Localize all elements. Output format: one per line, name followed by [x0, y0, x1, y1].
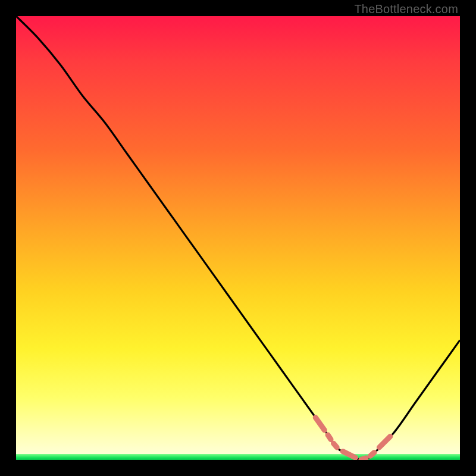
- optimal-markers: [315, 418, 390, 460]
- optimal-marker-dash: [328, 435, 331, 439]
- optimal-marker-dash: [333, 443, 337, 447]
- optimal-marker-dash: [379, 437, 390, 447]
- attribution-label: TheBottleneck.com: [354, 2, 458, 16]
- curve-line: [16, 16, 460, 460]
- optimal-marker-dash: [343, 452, 355, 458]
- chart-frame: TheBottleneck.com: [0, 0, 476, 476]
- optimal-marker-dash: [370, 452, 374, 456]
- optimal-marker-dash: [361, 458, 366, 459]
- bottleneck-curve: [16, 16, 460, 460]
- chart-plot-area: [16, 16, 460, 460]
- optimal-marker-dash: [315, 418, 324, 430]
